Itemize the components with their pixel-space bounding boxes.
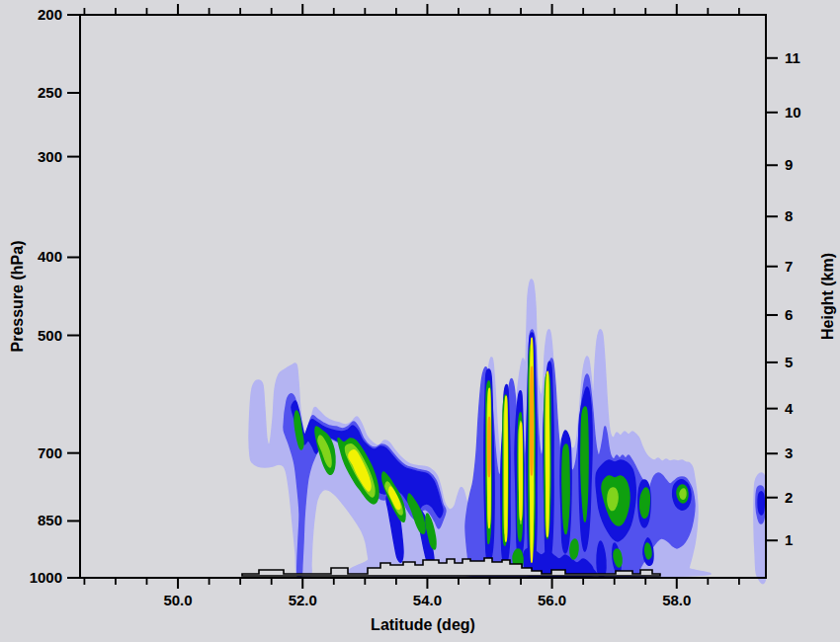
height-axis-label: Height (km) xyxy=(819,253,837,340)
svg-text:300: 300 xyxy=(38,148,62,165)
svg-text:50.0: 50.0 xyxy=(163,592,192,608)
latitude-axis-label: Latitude (deg) xyxy=(80,616,766,634)
svg-text:400: 400 xyxy=(38,248,62,265)
svg-text:200: 200 xyxy=(38,6,62,23)
svg-text:11: 11 xyxy=(785,49,800,66)
svg-text:1: 1 xyxy=(785,531,793,548)
svg-text:500: 500 xyxy=(38,327,62,344)
svg-text:8: 8 xyxy=(785,207,793,224)
svg-text:700: 700 xyxy=(38,444,62,461)
svg-text:58.0: 58.0 xyxy=(662,592,691,608)
svg-text:54.0: 54.0 xyxy=(413,592,442,608)
svg-text:10: 10 xyxy=(785,104,801,120)
svg-text:9: 9 xyxy=(785,156,793,173)
svg-text:4: 4 xyxy=(785,400,794,417)
svg-text:5: 5 xyxy=(785,354,793,370)
svg-text:3: 3 xyxy=(785,444,793,461)
svg-text:2: 2 xyxy=(785,489,793,506)
svg-text:6: 6 xyxy=(785,306,793,323)
svg-text:7: 7 xyxy=(785,258,793,275)
svg-text:850: 850 xyxy=(38,512,62,528)
svg-text:250: 250 xyxy=(38,84,62,101)
plot-canvas: 50.052.054.056.058.020025030040050070085… xyxy=(0,0,840,642)
svg-text:56.0: 56.0 xyxy=(538,592,566,608)
contour-cross-section-figure: 50.052.054.056.058.020025030040050070085… xyxy=(0,0,840,642)
pressure-axis-label: Pressure (hPa) xyxy=(9,241,27,353)
svg-text:1000: 1000 xyxy=(30,569,62,586)
svg-text:52.0: 52.0 xyxy=(289,592,317,608)
